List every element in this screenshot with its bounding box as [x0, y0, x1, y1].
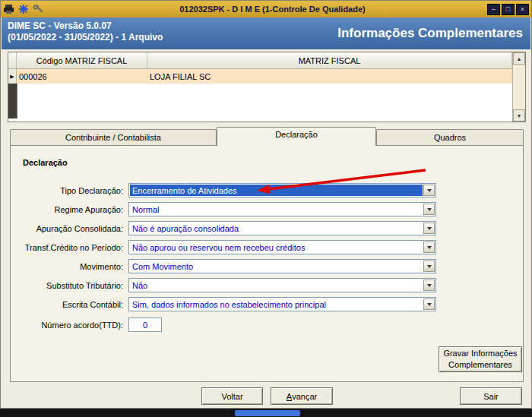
field-label: Regime Apuração: [11, 202, 123, 217]
titlebar-icons [3, 4, 58, 14]
scroll-down-button[interactable]: ▼ [513, 109, 525, 122]
dropdown-arrow-button[interactable] [423, 204, 435, 215]
dropdown-arrow-button[interactable] [423, 299, 435, 310]
dropdown-arrow-button[interactable] [423, 261, 435, 272]
combo-value: Normal [130, 204, 423, 215]
combo-value: Não é apuração consolidada [130, 223, 423, 234]
dropdown-arrow-button[interactable] [423, 280, 435, 291]
transf-credito-combobox[interactable]: Não apurou ou reservou nem recebeu crédi… [128, 240, 436, 254]
matriz-grid: Código MATRIZ FISCAL MATRIZ FISCAL ▶ 000… [8, 52, 526, 122]
tab-declaracao[interactable]: Declaração [217, 127, 376, 146]
combo-value: Sim, dados informados no estabelecimento… [130, 299, 423, 310]
window-title: 012032SPK - D I M E (1-Controle De Quali… [58, 5, 487, 14]
printer-icon [3, 4, 14, 14]
chevron-down-icon [427, 208, 432, 211]
field-label: Apuração Consolidada: [11, 221, 123, 236]
tab-contribuinte-contabilista[interactable]: Contribuinte / Contabilista [10, 129, 217, 145]
tab-panel-declaracao: Declaração Tipo Declaração: Encerramento… [10, 145, 524, 382]
section-title: Informações Complementares [337, 26, 523, 41]
maximize-button[interactable]: □ [502, 4, 515, 15]
grid-row-selected[interactable]: ▶ 000026 LOJA FILIAL SC [8, 69, 512, 85]
tipo-declaracao-combobox[interactable]: Encerramento de Atividades [128, 183, 436, 197]
current-row-marker-icon: ▶ [10, 74, 14, 80]
grid-body: Código MATRIZ FISCAL MATRIZ FISCAL ▶ 000… [8, 52, 512, 122]
substituto-tributario-combobox[interactable]: Não [128, 278, 436, 292]
app-window: 012032SPK - D I M E (1-Controle De Quali… [0, 0, 532, 409]
field-label: Número acordo(TTD): [11, 317, 123, 333]
maximize-icon: □ [506, 5, 510, 13]
chevron-down-icon [427, 265, 432, 268]
tab-bar: Contribuinte / Contabilista Declaração Q… [10, 126, 524, 145]
field-row-escrita-contabil: Escrita Contábil: Sim, dados informados … [11, 297, 523, 312]
field-label: Escrita Contábil: [11, 297, 123, 312]
combo-value: Não apurou ou reservou nem recebeu crédi… [130, 242, 423, 253]
chevron-down-icon [427, 303, 432, 306]
screen: 012032SPK - D I M E (1-Controle De Quali… [0, 0, 532, 417]
dropdown-arrow-button[interactable] [423, 223, 435, 234]
avancar-button[interactable]: Avançar [271, 387, 333, 405]
combo-value: Com Movimento [130, 261, 423, 272]
grid-vscrollbar[interactable]: ▲ ▼ [512, 52, 525, 122]
combo-value: Encerramento de Atividades [130, 185, 423, 196]
field-label: Tipo Declaração: [11, 183, 123, 198]
field-row-apuracao-consolidada: Apuração Consolidada: Não é apuração con… [11, 221, 523, 236]
column-header-codigo[interactable]: Código MATRIZ FISCAL [17, 52, 147, 68]
chevron-down-icon [427, 246, 432, 249]
wrench-icon [33, 4, 44, 14]
tab-quadros[interactable]: Quadros [376, 129, 524, 145]
taskbar-strip [0, 409, 532, 417]
field-row-substituto-tributario: Substituto Tributário: Não [11, 278, 523, 293]
dropdown-arrow-button[interactable] [423, 242, 435, 253]
combo-value: Não [130, 280, 423, 291]
taskbar-item[interactable] [235, 410, 300, 416]
field-row-numero-acordo-ttd: Número acordo(TTD): [11, 317, 523, 333]
grid-header-row: Código MATRIZ FISCAL MATRIZ FISCAL [8, 52, 512, 69]
chevron-down-icon [427, 227, 432, 230]
grid-indicator-column [8, 84, 17, 118]
numero-acordo-ttd-input[interactable] [128, 317, 162, 332]
grid-empty-area [8, 84, 512, 122]
escrita-contabil-combobox[interactable]: Sim, dados informados no estabelecimento… [128, 297, 436, 311]
field-row-transf-credito: Transf.Crédito no Período: Não apurou ou… [11, 240, 523, 255]
cell-matriz: LOJA FILIAL SC [147, 69, 512, 84]
gravar-informacoes-button[interactable]: Gravar Informações Complementares [439, 346, 522, 372]
grid-indicator-header [8, 52, 17, 68]
scroll-up-icon: ▲ [517, 56, 522, 62]
row-indicator-cell: ▶ [8, 69, 17, 84]
snowflake-icon [18, 4, 29, 14]
minimize-button[interactable]: – [487, 4, 500, 15]
field-row-regime-apuracao: Regime Apuração: Normal [11, 202, 523, 217]
cell-codigo: 000026 [17, 69, 147, 84]
titlebar[interactable]: 012032SPK - D I M E (1-Controle De Quali… [1, 1, 531, 17]
scroll-down-icon: ▼ [517, 113, 522, 118]
dropdown-arrow-button[interactable] [423, 185, 435, 196]
group-title: Declaração [23, 158, 68, 167]
regime-apuracao-combobox[interactable]: Normal [128, 202, 436, 216]
scroll-track[interactable] [513, 65, 525, 109]
window-controls: – □ × [487, 4, 529, 15]
apuracao-consolidada-combobox[interactable]: Não é apuração consolidada [128, 221, 436, 235]
scroll-up-button[interactable]: ▲ [513, 52, 525, 65]
field-label: Movimento: [11, 259, 123, 274]
field-row-tipo-declaracao: Tipo Declaração: Encerramento de Ativida… [11, 183, 523, 198]
sair-button[interactable]: Sair [460, 387, 522, 405]
chevron-down-icon [427, 284, 432, 287]
close-button[interactable]: × [516, 4, 529, 15]
field-label: Substituto Tributário: [11, 278, 123, 293]
header-banner: DIME SC - Versão 5.0.07 (01/05/2022 - 31… [2, 17, 530, 49]
chevron-down-icon [427, 189, 432, 192]
column-header-matriz[interactable]: MATRIZ FISCAL [147, 52, 512, 68]
movimento-combobox[interactable]: Com Movimento [128, 259, 436, 273]
close-icon: × [521, 5, 524, 13]
minimize-icon: – [492, 5, 496, 13]
field-row-movimento: Movimento: Com Movimento [11, 259, 523, 274]
voltar-button[interactable]: Voltar [201, 387, 263, 405]
field-label: Transf.Crédito no Período: [11, 240, 123, 255]
